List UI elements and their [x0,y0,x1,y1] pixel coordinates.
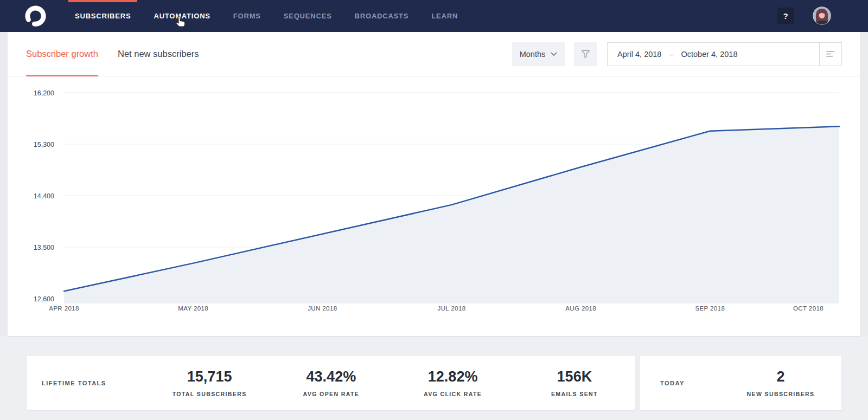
svg-text:SEP 2018: SEP 2018 [695,305,725,312]
nav-item-sequences[interactable]: SEQUENCES [284,0,332,32]
chart-panel-header: Subscriber growth Net new subscribers Mo… [8,32,860,76]
line-chart-canvas: 12,60013,50014,40015,30016,200APR 2018MA… [8,81,860,322]
lifetime-totals-label: LIFETIME TOTALS [27,380,149,386]
stat-value: 15,715 [149,369,270,385]
interval-select[interactable]: Months [512,42,565,66]
stat-label: EMAILS SENT [514,391,635,397]
stat-label: TOTAL SUBSCRIBERS [149,391,270,397]
svg-text:13,500: 13,500 [34,244,54,251]
main-nav-items: SUBSCRIBERS AUTOMATIONS FORMS SEQUENCES … [75,0,481,32]
svg-text:16,200: 16,200 [34,89,54,97]
top-nav: SUBSCRIBERS AUTOMATIONS FORMS SEQUENCES … [0,0,868,32]
avatar[interactable] [813,7,831,25]
stat-value: 156K [514,369,635,385]
svg-text:14,400: 14,400 [34,192,54,200]
chart-controls: Months April 4, 2018 – October 4, 2018 [512,42,842,66]
tab-subscriber-growth[interactable]: Subscriber growth [26,32,98,76]
subscriber-growth-chart[interactable]: 12,60013,50014,40015,30016,200APR 2018MA… [8,81,860,322]
help-button[interactable]: ? [777,8,794,24]
stat-label: NEW SUBSCRIBERS [720,391,841,397]
stat-label: AVG CLICK RATE [392,391,514,397]
align-left-lines-icon [826,51,835,57]
svg-text:MAY 2018: MAY 2018 [178,305,208,312]
today-label: TODAY [640,380,720,386]
date-range-input[interactable]: April 4, 2018 – October 4, 2018 [607,42,820,66]
nav-item-subscribers[interactable]: SUBSCRIBERS [75,0,131,32]
stat-value: 43.42% [270,369,392,385]
date-range-start: April 4, 2018 [617,50,661,59]
svg-text:OCT 2018: OCT 2018 [793,305,824,312]
svg-text:APR 2018: APR 2018 [49,305,79,312]
stat-avg-click-rate: 12.82% AVG CLICK RATE [392,369,514,397]
filter-button[interactable] [574,42,597,66]
report-tabs: Subscriber growth Net new subscribers [26,32,199,76]
interval-select-value: Months [520,50,546,59]
funnel-icon [581,50,590,59]
stat-value: 12.82% [392,369,514,385]
nav-item-automations[interactable]: AUTOMATIONS [154,0,210,32]
svg-text:12,600: 12,600 [34,295,54,303]
svg-text:JUN 2018: JUN 2018 [308,305,337,312]
date-range-separator: – [669,50,673,59]
today-card: TODAY 2 NEW SUBSCRIBERS [639,356,842,410]
stat-new-subscribers: 2 NEW SUBSCRIBERS [720,369,841,397]
stats-section: LIFETIME TOTALS 15,715 TOTAL SUBSCRIBERS… [0,337,868,420]
convertkit-logo-icon[interactable] [23,4,48,29]
lifetime-totals-card: LIFETIME TOTALS 15,715 TOTAL SUBSCRIBERS… [26,356,636,410]
chart-options-button[interactable] [819,42,842,66]
nav-right: ? [738,0,868,32]
tab-net-new-subscribers[interactable]: Net new subscribers [118,32,199,76]
stat-value: 2 [720,369,841,385]
chart-panel: Subscriber growth Net new subscribers Mo… [8,32,860,337]
stat-total-subscribers: 15,715 TOTAL SUBSCRIBERS [149,369,270,397]
stat-emails-sent: 156K EMAILS SENT [514,369,635,397]
nav-item-learn[interactable]: LEARN [431,0,458,32]
nav-item-forms[interactable]: FORMS [233,0,261,32]
date-range-end: October 4, 2018 [681,50,738,59]
stat-avg-open-rate: 43.42% AVG OPEN RATE [270,369,392,397]
svg-text:15,300: 15,300 [34,141,54,148]
svg-text:AUG 2018: AUG 2018 [565,305,596,312]
svg-text:JUL 2018: JUL 2018 [437,305,465,312]
nav-item-broadcasts[interactable]: BROADCASTS [355,0,409,32]
stat-label: AVG OPEN RATE [270,391,392,397]
chevron-down-icon [551,52,557,56]
